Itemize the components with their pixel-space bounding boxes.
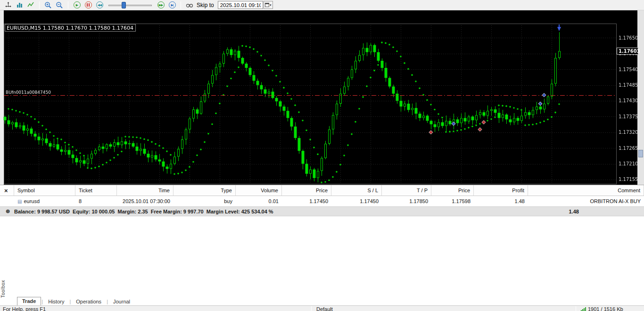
tab-history[interactable]: History <box>43 298 69 306</box>
toolbar-separator <box>39 1 40 9</box>
connection-status: 1901 / 1516 Kb <box>576 306 628 311</box>
fast-forward-button[interactable]: ▶▶ <box>156 0 166 10</box>
price-chart[interactable] <box>0 10 644 185</box>
tab-trade[interactable]: Trade <box>17 297 41 306</box>
bar-chart-button[interactable] <box>14 0 25 10</box>
cell-symbol: eurusd <box>24 198 40 204</box>
skip-to-end-icon: ▶| <box>171 3 173 7</box>
col-time[interactable]: Time <box>117 185 173 196</box>
calendar-button[interactable]: ▾ <box>264 1 273 9</box>
cell-comment: ORBITRON AI-X BUY <box>528 198 644 204</box>
cell-ticket: 8 <box>75 198 117 204</box>
col-price-current[interactable]: Price <box>431 185 474 196</box>
col-symbol[interactable]: Symbol <box>14 185 75 196</box>
col-comment[interactable]: Comment <box>528 185 644 196</box>
fast-forward-icon: ▶▶ <box>159 3 163 7</box>
col-volume[interactable]: Volume <box>236 185 282 196</box>
help-hint: For Help, press F1 <box>0 306 311 311</box>
col-type[interactable]: Type <box>173 185 236 196</box>
cell-volume: 0.01 <box>236 198 282 204</box>
rewind-icon: ◀◀ <box>98 3 102 7</box>
status-bar: For Help, press F1 Default 1901 / 1516 K… <box>0 305 644 311</box>
connection-traffic: 1901 / 1516 Kb <box>588 306 623 311</box>
strategy-tester-window: ▶ ◀◀ ▶▶ ▶| Skip to <box>0 0 644 311</box>
position-row[interactable]: ▤eurusd 8 2025.10.01 07:30:00 buy 0.01 1… <box>0 196 644 206</box>
cell-profit: 1.48 <box>474 198 528 204</box>
pause-button[interactable] <box>83 0 93 10</box>
toolbar-separator <box>68 1 68 9</box>
toolbox-panel: × Symbol Ticket Time Type Volume Price S… <box>0 185 644 311</box>
skip-to-end-button[interactable]: ▶| <box>167 0 177 10</box>
close-panel-button[interactable]: × <box>3 187 9 194</box>
line-chart-icon <box>27 1 34 8</box>
slider-groove <box>108 5 152 6</box>
crosshair-icon <box>5 1 12 8</box>
pause-icon <box>87 3 90 7</box>
tester-toolbar: ▶ ◀◀ ▶▶ ▶| Skip to <box>0 0 644 10</box>
speed-slider[interactable] <box>108 1 152 9</box>
col-profit[interactable]: Profit <box>474 185 528 196</box>
col-price-open[interactable]: Price <box>282 185 331 196</box>
play-button[interactable]: ▶ <box>72 0 82 10</box>
toolbox-vertical-label: Toolbox <box>0 280 6 298</box>
slider-thumb[interactable] <box>122 2 126 8</box>
rewind-button[interactable]: ◀◀ <box>94 0 105 10</box>
cell-type: buy <box>173 198 236 204</box>
cell-sl: 1.17450 <box>331 198 382 204</box>
zoom-in-icon <box>44 1 52 9</box>
skip-to-label: Skip to <box>197 2 214 8</box>
cell-price-current: 1.17598 <box>431 198 474 204</box>
col-tp[interactable]: T / P <box>382 185 431 196</box>
toolbar-separator <box>181 1 181 9</box>
signal-bars-icon <box>581 307 586 311</box>
chevron-down-icon: ▾ <box>270 3 272 7</box>
total-profit: 1.48 <box>528 209 582 214</box>
zoom-out-button[interactable] <box>54 0 65 10</box>
col-ticket[interactable]: Ticket <box>75 185 117 196</box>
calendar-icon <box>265 3 269 7</box>
account-summary: Balance: 9 998.57 USD Equity: 10 000.05 … <box>14 209 528 214</box>
tab-operations[interactable]: Operations <box>71 298 106 306</box>
zoom-in-button[interactable] <box>43 0 53 10</box>
crosshair-button[interactable] <box>3 0 13 10</box>
bar-chart-icon <box>16 1 23 8</box>
trade-table-header: × Symbol Ticket Time Type Volume Price S… <box>0 185 644 196</box>
zoom-out-icon <box>56 1 63 9</box>
col-sl[interactable]: S / L <box>331 185 382 196</box>
binoculars-icon <box>186 2 193 8</box>
cell-time: 2025.10.01 07:30:00 <box>117 198 173 204</box>
toolbox-tabs: Trade | History | Operations | Journal <box>0 296 644 306</box>
line-chart-button[interactable] <box>25 0 36 10</box>
balance-row: ⊕ Balance: 9 998.57 USD Equity: 10 000.0… <box>0 206 644 216</box>
position-icon: ▤ <box>17 199 22 204</box>
profile-name[interactable]: Default <box>312 306 576 311</box>
skip-to-datetime-input[interactable] <box>218 1 263 9</box>
play-icon: ▶ <box>76 3 78 7</box>
cell-price-open: 1.17450 <box>282 198 331 204</box>
cell-tp: 1.17850 <box>382 198 431 204</box>
expand-icon[interactable]: ⊕ <box>0 208 14 214</box>
skip-to-button[interactable] <box>184 0 195 10</box>
tab-journal[interactable]: Journal <box>108 298 135 306</box>
